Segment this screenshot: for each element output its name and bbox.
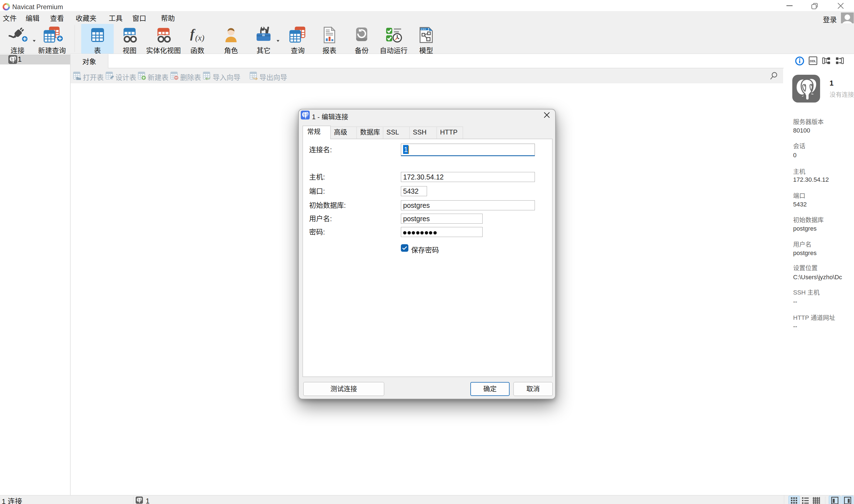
svg-text:DDL: DDL (810, 59, 816, 63)
